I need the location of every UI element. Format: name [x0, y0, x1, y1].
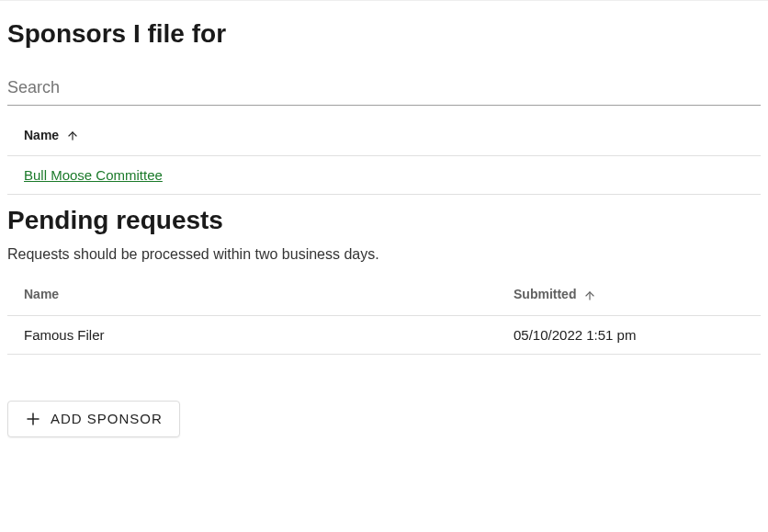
pending-subtitle: Requests should be processed within two … [7, 246, 761, 263]
sponsor-link[interactable]: Bull Moose Committee [24, 167, 163, 183]
sponsors-col-name[interactable]: Name [7, 115, 761, 156]
pending-row-submitted: 05/10/2022 1:51 pm [497, 315, 761, 354]
arrow-up-icon [66, 130, 79, 142]
table-row: Bull Moose Committee [7, 156, 761, 195]
col-submitted-label: Submitted [514, 287, 576, 301]
pending-row-name: Famous Filer [7, 315, 497, 354]
sponsors-table: Name Bull Moose Committee [7, 115, 761, 195]
plus-icon [25, 411, 41, 427]
pending-col-submitted[interactable]: Submitted [497, 274, 761, 315]
search-container [7, 71, 761, 106]
add-sponsor-button[interactable]: ADD SPONSOR [7, 401, 180, 437]
col-name-label: Name [24, 128, 59, 142]
table-row: Famous Filer 05/10/2022 1:51 pm [7, 315, 761, 354]
pending-title: Pending requests [7, 206, 761, 235]
arrow-up-icon [583, 289, 596, 302]
pending-table: Name Submitted Famous Filer 05/10/2022 1… [7, 274, 761, 354]
col-name-label: Name [24, 287, 59, 301]
add-sponsor-label: ADD SPONSOR [51, 411, 163, 426]
sponsors-title: Sponsors I file for [7, 19, 761, 49]
search-input[interactable] [7, 71, 761, 106]
pending-col-name[interactable]: Name [7, 274, 497, 315]
